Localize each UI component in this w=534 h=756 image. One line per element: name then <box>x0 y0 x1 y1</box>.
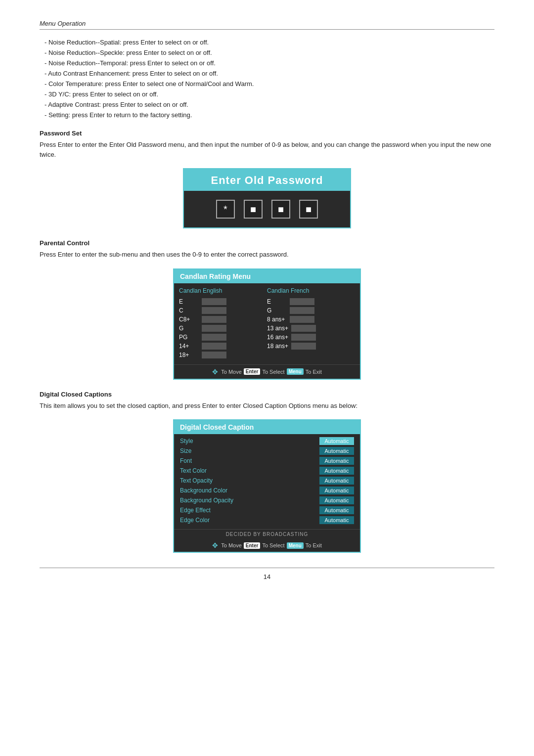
footer-select-label: To Select <box>262 369 284 375</box>
password-box-wrapper: Enter Old Password * ■ ■ ■ <box>40 168 494 228</box>
dcc-box: Digital Closed Caption Style Automatic S… <box>173 419 361 553</box>
dcc-row-value: Automatic <box>319 457 354 465</box>
list-item: - Color Temperature: press Enter to sele… <box>44 80 494 88</box>
bullet-list: - Noise Reduction--Spatial: press Enter … <box>44 39 494 119</box>
candlan-footer: ✥ To Move Enter To Select Menu To Exit <box>174 364 360 379</box>
list-item: Background Opacity Automatic <box>174 495 360 505</box>
password-char-3: ■ <box>271 200 290 219</box>
move-icon: ✥ <box>212 541 218 549</box>
list-item: G <box>267 307 355 314</box>
list-item: Text Opacity Automatic <box>174 476 360 486</box>
list-item: - Noise Reduction--Temporal: press Enter… <box>44 59 494 67</box>
list-item: - Noise Reduction--Spatial: press Enter … <box>44 39 494 46</box>
menu-button[interactable]: Menu <box>287 542 304 549</box>
menu-operation-label: Menu Operation <box>40 20 86 27</box>
dcc-title: Digital Closed Captions <box>40 391 494 398</box>
menu-button[interactable]: Menu <box>287 368 304 375</box>
candlan-col-english: Candlan English E C C8+ G <box>179 287 267 360</box>
candlan-bar <box>291 325 316 332</box>
candlan-bar <box>202 352 226 358</box>
footer-move-label: To Move <box>221 369 242 375</box>
dcc-wrapper: Digital Closed Caption Style Automatic S… <box>40 419 494 553</box>
list-item: E <box>179 298 267 305</box>
candlan-bar <box>202 334 226 341</box>
list-item: Background Color Automatic <box>174 486 360 495</box>
candlan-col1-header: Candlan English <box>179 287 267 294</box>
candlan-cols: Candlan English E C C8+ G <box>174 283 360 362</box>
candlan-box: Candlan Rating Menu Candlan English E C … <box>173 268 361 380</box>
list-item: E <box>267 298 355 305</box>
enter-button[interactable]: Enter <box>244 542 261 549</box>
password-char-1: * <box>216 200 235 219</box>
list-item: C <box>179 307 267 314</box>
candlan-bar <box>202 343 226 350</box>
dcc-row-value: Automatic <box>319 496 354 504</box>
list-item: - Noise Reduction--Speckle: press Enter … <box>44 49 494 56</box>
dcc-body: This item allows you to set the closed c… <box>40 401 494 411</box>
parental-control-title: Parental Control <box>40 239 494 247</box>
password-char-2: ■ <box>244 200 263 219</box>
candlan-bar <box>290 307 314 314</box>
list-item: C8+ <box>179 316 267 323</box>
password-box: Enter Old Password * ■ ■ ■ <box>183 168 351 228</box>
enter-button[interactable]: Enter <box>244 368 261 375</box>
header: Menu Operation <box>40 20 494 30</box>
dcc-row-value: Automatic <box>319 487 354 494</box>
list-item: 8 ans+ <box>267 316 355 323</box>
list-item: - Setting: press Enter to return to the … <box>44 111 494 119</box>
list-item: 18+ <box>179 352 267 358</box>
dcc-row-value: Automatic <box>319 467 354 475</box>
candlan-bar <box>202 298 226 305</box>
password-set-title: Password Set <box>40 130 494 137</box>
dcc-broadcast-label: DECIDED BY BROADCASTING <box>174 529 360 539</box>
candlan-bar <box>291 343 316 350</box>
candlan-bar <box>202 307 226 314</box>
list-item: - Adaptive Contrast: press Enter to sele… <box>44 101 494 108</box>
list-item: Text Color Automatic <box>174 466 360 476</box>
list-item: 13 ans+ <box>267 325 355 332</box>
dcc-row-value: Automatic <box>319 437 354 445</box>
page: Menu Operation - Noise Reduction--Spatia… <box>0 0 534 756</box>
password-box-inputs: * ■ ■ ■ <box>184 191 350 227</box>
move-icon: ✥ <box>212 368 218 376</box>
list-item: Edge Effect Automatic <box>174 505 360 515</box>
footer-move-label: To Move <box>221 542 242 548</box>
dcc-row-value: Automatic <box>319 516 354 524</box>
dcc-footer: ✥ To Move Enter To Select Menu To Exit <box>174 539 360 552</box>
list-item: 18 ans+ <box>267 343 355 350</box>
parental-control-body: Press Enter to enter the sub-menu and th… <box>40 250 494 260</box>
candlan-bar <box>291 334 316 341</box>
candlan-col2-header: Candlan French <box>267 287 355 294</box>
list-item: Edge Color Automatic <box>174 515 360 525</box>
list-item: 16 ans+ <box>267 334 355 341</box>
candlan-title: Candlan Rating Menu <box>174 269 360 283</box>
footer-exit-label: To Exit <box>306 369 322 375</box>
footer-select-label: To Select <box>262 542 284 548</box>
candlan-bar <box>202 316 226 323</box>
candlan-bar <box>290 316 314 323</box>
list-item: PG <box>179 334 267 341</box>
list-item: - Auto Contrast Enhancement: press Enter… <box>44 70 494 77</box>
candlan-wrapper: Candlan Rating Menu Candlan English E C … <box>40 268 494 380</box>
footer-exit-label: To Exit <box>306 542 322 548</box>
list-item: 14+ <box>179 343 267 350</box>
dcc-row-value: Automatic <box>319 447 354 455</box>
list-item: G <box>179 325 267 332</box>
list-item: Style Automatic <box>174 436 360 446</box>
dcc-menu-title: Digital Closed Caption <box>174 420 360 434</box>
candlan-bar <box>290 298 314 305</box>
password-set-body: Press Enter to enter the Enter Old Passw… <box>40 140 494 159</box>
list-item: - 3D Y/C: press Enter to select on or of… <box>44 90 494 98</box>
candlan-col-french: Candlan French E G 8 ans+ 13 ans+ <box>267 287 355 360</box>
list-item: Font Automatic <box>174 456 360 466</box>
dcc-row-value: Automatic <box>319 506 354 514</box>
password-char-4: ■ <box>299 200 318 219</box>
candlan-bar <box>202 325 226 332</box>
password-box-title: Enter Old Password <box>184 169 350 191</box>
list-item: Size Automatic <box>174 446 360 456</box>
page-number: 14 <box>40 568 494 580</box>
dcc-row-value: Automatic <box>319 477 354 485</box>
